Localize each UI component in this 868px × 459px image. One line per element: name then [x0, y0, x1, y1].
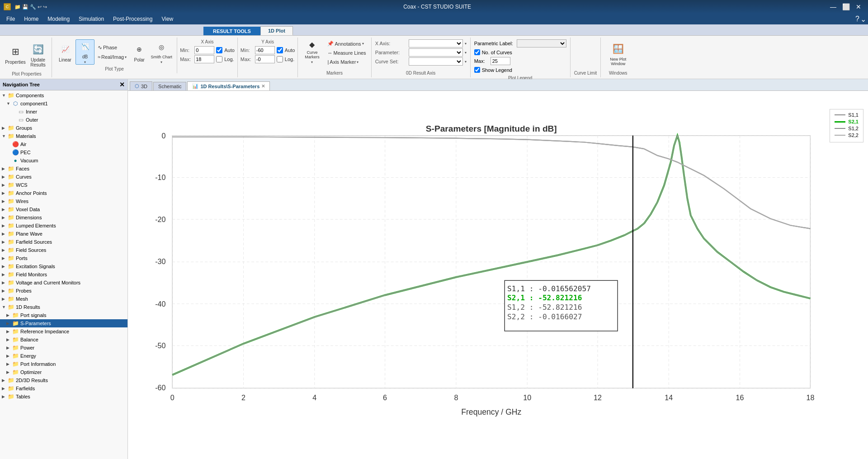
update-results-button[interactable]: 🔄 Update Results	[27, 41, 49, 68]
menu-file[interactable]: File	[2, 15, 19, 23]
tree-item-optimizer[interactable]: ▶ 📁 Optimizer	[0, 368, 127, 376]
new-plot-window-button[interactable]: 🪟 New Plot Window	[604, 39, 632, 68]
tree-item-faces[interactable]: ▶ 📁 Faces	[0, 165, 127, 173]
tree-label: Dimensions	[16, 215, 42, 220]
tree-item-outer[interactable]: ▭ Outer	[0, 116, 127, 124]
axis-marker-button[interactable]: | Axis Marker ▾	[325, 58, 368, 66]
tree-item-anchor[interactable]: ▶ 📁 Anchor Points	[0, 189, 127, 197]
tree-item-fieldsrc[interactable]: ▶ 📁 Field Sources	[0, 246, 127, 254]
close-button[interactable]: ✕	[853, 2, 864, 11]
x-max-input[interactable]	[194, 55, 214, 63]
tab-close-icon[interactable]: ✕	[261, 84, 265, 89]
phase-button[interactable]: ∿ Phase	[95, 43, 129, 52]
menu-modeling[interactable]: Modeling	[43, 15, 74, 23]
plot-type-col2: ∿ Phase ≈ Real/Imag ▾	[95, 43, 129, 61]
tree-item-pec[interactable]: 🔵 PEC	[0, 148, 127, 156]
x-min-input[interactable]	[194, 46, 214, 54]
tree-item-2d3dresults[interactable]: ▶ 📁 2D/3D Results	[0, 376, 127, 384]
y-auto-checkbox[interactable]	[277, 47, 283, 53]
expand-icon: ▶	[2, 207, 7, 212]
tab-result-tools[interactable]: RESULT TOOLS	[203, 27, 260, 35]
tree-item-planewave[interactable]: ▶ 📁 Plane Wave	[0, 230, 127, 238]
tree-item-tables[interactable]: ▶ 📁 Tables	[0, 393, 127, 401]
maximize-button[interactable]: ⬜	[840, 2, 852, 11]
tree-item-excitation[interactable]: ▶ 📁 Excitation Signals	[0, 262, 127, 270]
tree-item-components[interactable]: ▼ 📁 Components	[0, 91, 127, 99]
tree-item-lumped[interactable]: ▶ 📁 Lumped Elements	[0, 222, 127, 230]
x-auto-checkbox[interactable]	[216, 47, 222, 53]
y-log-checkbox[interactable]	[277, 56, 283, 62]
menu-home[interactable]: Home	[19, 15, 43, 23]
tree-item-energy[interactable]: ▶ 📁 Energy	[0, 352, 127, 360]
nav-tree-body[interactable]: ▼ 📁 Components ▼ ⬡ component1 ▭ Inner ▭ …	[0, 90, 127, 459]
tree-item-wcs[interactable]: ▶ 📁 WCS	[0, 181, 127, 189]
annotations-button[interactable]: 📌 Annotations ▾	[325, 39, 368, 48]
expand-btn[interactable]: ⌄	[860, 15, 866, 24]
tree-item-1dresults[interactable]: ▼ 📁 1D Results	[0, 303, 127, 311]
linear-button[interactable]: 📈 Linear	[56, 39, 75, 65]
tree-item-air[interactable]: 🔴 Air	[0, 140, 127, 148]
tree-item-sparams[interactable]: ▶ 📁 S-Parameters	[0, 319, 127, 327]
tree-item-inner[interactable]: ▭ Inner	[0, 108, 127, 116]
pl-showlegend-checkbox[interactable]	[474, 67, 480, 73]
tree-item-materials[interactable]: ▼ 📁 Materials	[0, 132, 127, 140]
app-icon: C	[4, 3, 11, 10]
tree-item-component1[interactable]: ▼ ⬡ component1	[0, 99, 127, 108]
menu-simulation[interactable]: Simulation	[74, 15, 108, 23]
expand-icon: ▶	[2, 215, 7, 220]
smith-chart-button[interactable]: ◎ Smith Chart ▾	[150, 39, 173, 65]
menu-view[interactable]: View	[157, 15, 178, 23]
tree-item-vcmonitors[interactable]: ▶ 📁 Voltage and Current Monitors	[0, 279, 127, 287]
menu-postprocessing[interactable]: Post-Processing	[108, 15, 157, 23]
tree-item-power[interactable]: ▶ 📁 Power	[0, 344, 127, 352]
properties-button[interactable]: ⊞ Properties	[5, 41, 26, 68]
y-min-input[interactable]	[255, 46, 275, 54]
tree-label: component1	[20, 101, 48, 106]
tree-item-farfields[interactable]: ▶ 📁 Farfields	[0, 384, 127, 393]
tree-label: Faces	[16, 166, 29, 171]
tree-label: Groups	[16, 125, 32, 131]
y-max-input[interactable]	[255, 55, 275, 63]
nav-tree-close[interactable]: ✕	[119, 81, 125, 88]
tab-1d-sparams[interactable]: 📊 1D Results\S-Parameters ✕	[187, 81, 270, 90]
pl-nocurves-checkbox[interactable]	[474, 49, 480, 55]
realimag-button[interactable]: ≈ Real/Imag ▾	[95, 53, 129, 61]
tree-item-balance[interactable]: ▶ 📁 Balance	[0, 336, 127, 344]
od-curveset-select[interactable]	[409, 57, 463, 66]
tree-item-portsignals[interactable]: ▶ 📁 Port signals	[0, 311, 127, 319]
tree-label: Voltage and Current Monitors	[16, 280, 80, 285]
tab-1d-plot[interactable]: 1D Plot	[260, 26, 293, 35]
tree-item-refimpedance[interactable]: ▶ 📁 Reference Impedance	[0, 327, 127, 336]
tree-item-groups[interactable]: ▶ 📁 Groups	[0, 124, 127, 132]
curve-markers-button[interactable]: ◆ Curve Markers ▾	[301, 39, 323, 65]
tree-item-curves[interactable]: ▶ 📁 Curves	[0, 173, 127, 181]
tree-item-portinfo[interactable]: ▶ 📁 Port Information	[0, 360, 127, 368]
minimize-button[interactable]: —	[827, 2, 839, 11]
tab-3d[interactable]: ⬡ 3D	[130, 81, 152, 90]
tree-item-mesh[interactable]: ▶ 📁 Mesh	[0, 295, 127, 303]
tree-item-dimensions[interactable]: ▶ 📁 Dimensions	[0, 213, 127, 222]
pl-max-input[interactable]	[491, 57, 510, 65]
polar-button[interactable]: ⊕ Polar	[130, 39, 149, 65]
tree-item-wires[interactable]: ▶ 📁 Wires	[0, 197, 127, 205]
pl-parametric-select[interactable]	[517, 39, 566, 47]
tree-item-voxel[interactable]: ▶ 📁 Voxel Data	[0, 205, 127, 213]
tree-item-probes[interactable]: ▶ 📁 Probes	[0, 287, 127, 295]
od-xaxis-select[interactable]	[409, 39, 463, 47]
folder-icon: 📁	[7, 303, 14, 311]
tree-item-fieldmonitors[interactable]: ▶ 📁 Field Monitors	[0, 270, 127, 279]
od-curveset-arrow: ▾	[465, 60, 467, 64]
expand-icon: ▶	[6, 362, 12, 366]
tree-item-farfieldsrc[interactable]: ▶ 📁 Farfield Sources	[0, 238, 127, 246]
od-param-select[interactable]	[409, 48, 463, 57]
tree-label: Plane Wave	[16, 231, 42, 237]
tree-label: Mesh	[16, 296, 28, 302]
legend-s12: S1,2	[835, 126, 859, 131]
x-log-checkbox[interactable]	[216, 56, 222, 62]
help-btn[interactable]: ?	[855, 15, 859, 24]
tree-item-vacuum[interactable]: ● Vacuum	[0, 156, 127, 165]
measure-lines-button[interactable]: ↔ Measure Lines	[325, 49, 368, 57]
db-button[interactable]: 📉 dB ▾	[75, 39, 94, 65]
tree-item-ports[interactable]: ▶ 📁 Ports	[0, 254, 127, 262]
tab-schematic[interactable]: Schematic	[153, 82, 186, 90]
